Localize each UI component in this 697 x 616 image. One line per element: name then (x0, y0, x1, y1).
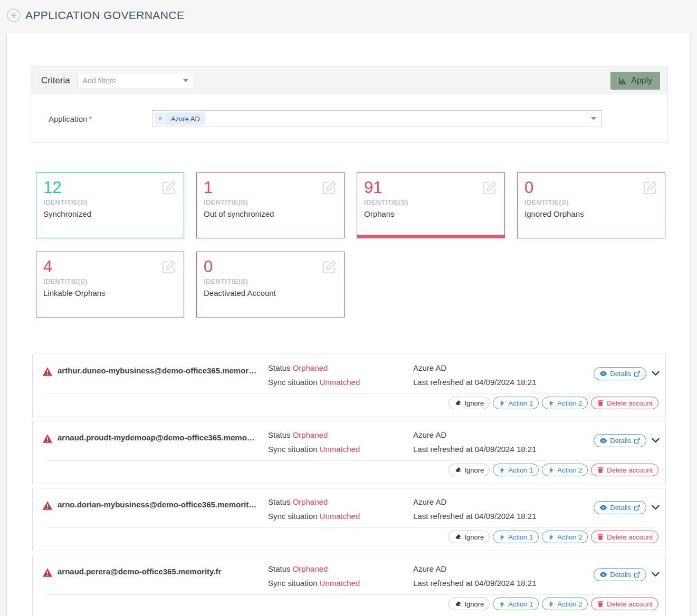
action-1-button[interactable]: Action 1 (493, 531, 539, 543)
delete-account-button[interactable]: Delete account (591, 598, 658, 610)
account-row: arno.dorian-mybusiness@demo-office365.me… (32, 488, 666, 551)
stat-unit-label: IDENTITIE(S) (204, 198, 337, 206)
last-refreshed: Last refreshed at 04/09/2024 18:21 (413, 442, 587, 456)
ignore-button-label: Ignore (464, 600, 484, 608)
application-column: Azure AD Last refreshed at 04/09/2024 18… (413, 495, 587, 523)
stat-name: Ignored Orphans (524, 209, 658, 218)
status-column: Status Orphaned Sync situation Unmatched (268, 495, 413, 523)
status-line: Status Orphaned (268, 495, 413, 509)
status-column: Status Orphaned Sync situation Unmatched (268, 428, 413, 456)
edit-icon[interactable] (321, 259, 337, 275)
details-button[interactable]: Details (594, 434, 646, 447)
stat-name: Synchronized (43, 209, 177, 218)
edit-icon[interactable] (161, 180, 177, 196)
stat-card[interactable]: 91 IDENTITIE(S) Orphans (357, 172, 505, 238)
edit-icon[interactable] (161, 259, 177, 275)
expand-chevron-icon[interactable] (651, 369, 661, 379)
warning-icon (42, 434, 53, 444)
row-divider (46, 460, 654, 461)
details-button-label: Details (610, 370, 631, 378)
action-1-button[interactable]: Action 1 (493, 397, 539, 409)
account-email: arthur.duneo-mybusiness@demo-office365.m… (58, 366, 268, 375)
external-link-icon (634, 504, 641, 511)
lightning-icon (499, 400, 505, 407)
application-column: Azure AD Last refreshed at 04/09/2024 18… (413, 428, 587, 456)
lightning-icon (548, 601, 555, 608)
last-refreshed: Last refreshed at 04/09/2024 18:21 (413, 509, 587, 523)
eye-icon (599, 571, 607, 579)
criteria-bar: Criteria Add filters Apply (31, 67, 667, 94)
remove-tag-icon[interactable]: × (155, 112, 166, 125)
action-1-button-label: Action 1 (508, 466, 533, 474)
add-filters-select[interactable]: Add filters (77, 73, 194, 89)
edit-icon[interactable] (321, 180, 337, 196)
details-button-label: Details (610, 504, 631, 512)
ignore-button-label: Ignore (464, 399, 484, 407)
expand-chevron-icon[interactable] (651, 503, 661, 513)
sync-value: Unmatched (320, 445, 360, 454)
application-select[interactable]: × Azure AD (152, 110, 602, 127)
stat-count: 1 (204, 178, 337, 197)
action-1-button[interactable]: Action 1 (493, 598, 539, 610)
apply-button[interactable]: Apply (610, 72, 660, 90)
trash-icon (597, 399, 604, 407)
stat-card[interactable]: 0 IDENTITIE(S) Ignored Orphans (517, 172, 665, 238)
back-icon[interactable] (7, 8, 21, 22)
edit-icon[interactable] (482, 180, 498, 196)
eraser-icon (454, 600, 462, 608)
row-divider (46, 594, 654, 595)
stat-unit-label: IDENTITIE(S) (204, 277, 337, 285)
ignore-button-label: Ignore (464, 533, 484, 541)
lightning-icon (499, 467, 505, 474)
delete-account-button[interactable]: Delete account (591, 464, 658, 476)
application-name: Azure AD (413, 495, 587, 509)
trash-icon (597, 466, 604, 474)
edit-icon[interactable] (642, 180, 658, 196)
expand-chevron-icon[interactable] (651, 570, 661, 580)
account-row: arnaud.perera@demo-office365.memority.fr… (32, 555, 666, 616)
action-1-button[interactable]: Action 1 (493, 464, 539, 476)
lightning-icon (499, 601, 505, 608)
eye-icon (599, 437, 607, 445)
details-button[interactable]: Details (594, 367, 646, 380)
action-2-button[interactable]: Action 2 (542, 397, 588, 409)
stat-card[interactable]: 0 IDENTITIE(S) Deactivated Account (196, 252, 345, 317)
status-value: Orphaned (293, 363, 328, 372)
delete-account-button[interactable]: Delete account (591, 531, 658, 543)
stat-name: Orphans (364, 209, 498, 218)
ignore-button[interactable]: Ignore (448, 531, 490, 543)
ignore-button[interactable]: Ignore (448, 397, 490, 409)
ignore-button[interactable]: Ignore (448, 464, 490, 476)
stat-count: 91 (364, 178, 498, 197)
application-column: Azure AD Last refreshed at 04/09/2024 18… (413, 562, 587, 590)
stat-card[interactable]: 12 IDENTITIE(S) Synchronized (36, 172, 184, 238)
delete-account-button[interactable]: Delete account (591, 397, 658, 409)
action-2-button[interactable]: Action 2 (542, 464, 588, 476)
stat-unit-label: IDENTITIE(S) (364, 198, 498, 206)
details-button[interactable]: Details (594, 568, 646, 581)
stat-count: 12 (43, 178, 177, 197)
delete-account-button-label: Delete account (607, 466, 653, 474)
account-email: arnaud.proudt-mydemoap@demo-office365.me… (58, 433, 268, 442)
stats-grid: 12 IDENTITIE(S) Synchronized 1 IDENTITIE… (36, 172, 666, 317)
ignore-button[interactable]: Ignore (448, 598, 490, 610)
stat-card[interactable]: 1 IDENTITIE(S) Out of synchronized (196, 172, 345, 238)
account-email: arno.dorian-mybusiness@demo-office365.me… (58, 500, 268, 509)
action-2-button-label: Action 2 (557, 533, 582, 541)
details-button[interactable]: Details (594, 501, 646, 514)
account-row-summary: arno.dorian-mybusiness@demo-office365.me… (33, 488, 665, 523)
action-1-button-label: Action 1 (508, 600, 533, 608)
stat-card[interactable]: 4 IDENTITIE(S) Linkable Orphans (36, 252, 184, 317)
account-row: arnaud.proudt-mydemoap@demo-office365.me… (32, 421, 666, 484)
action-2-button[interactable]: Action 2 (542, 598, 588, 610)
warning-icon (42, 500, 53, 511)
required-marker: * (89, 114, 92, 123)
status-column: Status Orphaned Sync situation Unmatched (268, 562, 413, 590)
stat-name: Deactivated Account (204, 288, 337, 297)
chevron-down-icon (183, 79, 188, 82)
expand-chevron-icon[interactable] (651, 436, 661, 446)
status-line: Status Orphaned (268, 361, 413, 375)
application-label: Application* (49, 114, 152, 123)
action-2-button[interactable]: Action 2 (542, 531, 588, 543)
action-1-button-label: Action 1 (508, 533, 533, 541)
